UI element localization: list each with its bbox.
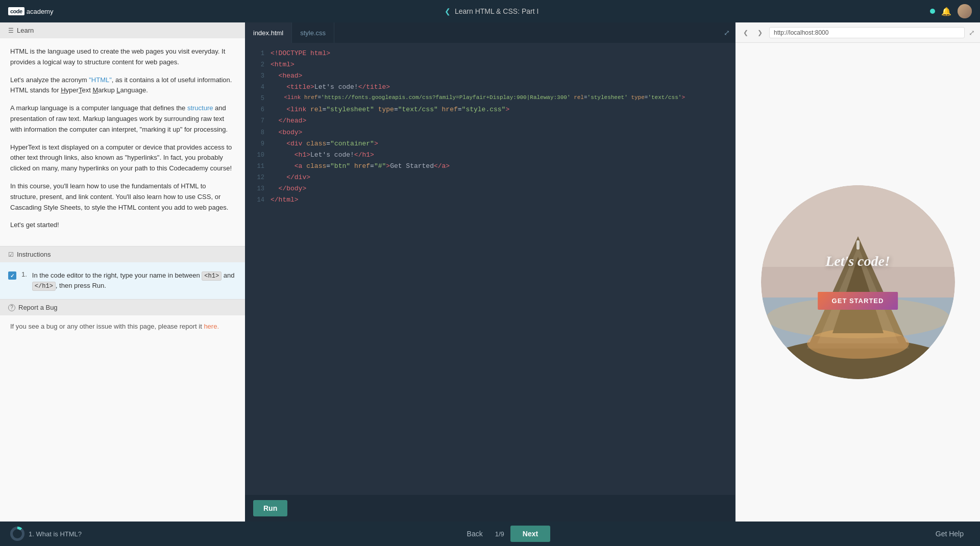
bug-link[interactable]: here.	[204, 322, 219, 330]
tab-index-html[interactable]: index.html	[245, 22, 292, 43]
learn-icon: ☰	[8, 27, 14, 34]
browser-forward-button[interactable]: ❯	[755, 28, 765, 38]
logo[interactable]: code academy	[8, 7, 53, 15]
preview-circle: Let's code! GET STARTED	[761, 185, 955, 379]
top-navbar: code academy ❮ Learn HTML & CSS: Part I …	[0, 0, 980, 22]
code-line-10: 10 <h1>Let's code!</h1>	[245, 150, 735, 161]
next-button[interactable]: Next	[510, 526, 550, 542]
html-link[interactable]: "HTML"	[89, 76, 112, 84]
browser-url[interactable]: http://localhost:8000	[769, 27, 965, 38]
code-line-2: 2 <html>	[245, 59, 735, 70]
preview-page-title: Let's code!	[825, 253, 890, 269]
bottom-center: Back 1/9 Next	[461, 526, 551, 542]
editor-tabs: index.html style.css ⤢	[245, 22, 735, 43]
instructions-label: Instructions	[17, 251, 51, 258]
instructions-content: 1. In the code editor to the right, type…	[0, 262, 245, 299]
left-panel-scroll[interactable]: ☰ Learn HTML is the language used to cre…	[0, 22, 245, 522]
code-line-4: 4 <title>Let's code!</title>	[245, 82, 735, 93]
instruction-item-1: 1. In the code editor to the right, type…	[8, 268, 237, 293]
logo-academy: academy	[27, 8, 54, 15]
learn-p4: HyperText is text displayed on a compute…	[10, 142, 235, 174]
back-button[interactable]: Back	[461, 527, 489, 541]
progress-circle	[10, 527, 24, 541]
instruction-text-1: In the code editor to the right, type yo…	[32, 270, 237, 291]
browser-back-button[interactable]: ❮	[741, 28, 751, 38]
main-content: ☰ Learn HTML is the language used to cre…	[0, 22, 980, 522]
bug-icon: ?	[8, 304, 15, 311]
code-line-7: 7 </head>	[245, 115, 735, 127]
code-line-14: 14 </html>	[245, 194, 735, 206]
bell-icon[interactable]: 🔔	[941, 7, 951, 16]
preview-overlay: Let's code! GET STARTED	[761, 185, 955, 379]
bottom-left: 1. What is HTML?	[10, 527, 82, 541]
instructions-header: ☑ Instructions	[0, 246, 245, 262]
preview-get-started-button[interactable]: GET STARTED	[818, 292, 898, 310]
lesson-label: 1. What is HTML?	[29, 530, 82, 538]
editor-expand-icon[interactable]: ⤢	[719, 29, 735, 37]
run-button[interactable]: Run	[253, 500, 287, 516]
learn-section-header: ☰ Learn	[0, 22, 245, 38]
nav-right: 🔔	[930, 4, 972, 18]
learn-p6: Let's get started!	[10, 220, 235, 231]
code-line-13: 13 </body>	[245, 183, 735, 194]
preview-panel: ❮ ❯ http://localhost:8000 ⤢	[735, 22, 980, 522]
bottom-right: Get Help	[929, 527, 970, 541]
logo-code: code	[8, 7, 24, 15]
bug-text: If you see a bug or any other issue with…	[10, 322, 204, 330]
bug-label: Report a Bug	[18, 304, 58, 311]
learn-content: HTML is the language used to create the …	[0, 38, 245, 246]
avatar[interactable]	[958, 4, 972, 18]
instructions-icon: ☑	[8, 251, 14, 258]
tag-h1-close: </h1>	[32, 282, 56, 291]
editor-body[interactable]: 1 <!DOCTYPE html> 2 <html> 3 <head> 4 <	[245, 43, 735, 495]
status-dot	[930, 9, 935, 14]
learn-p5: In this course, you'll learn how to use …	[10, 181, 235, 213]
tab-style-css[interactable]: style.css	[292, 22, 334, 43]
learn-p3: A markup language is a computer language…	[10, 103, 235, 135]
code-line-1: 1 <!DOCTYPE html>	[245, 48, 735, 59]
learn-p2: Let's analyze the acronym "HTML", as it …	[10, 75, 235, 96]
bottom-bar: 1. What is HTML? Back 1/9 Next Get Help	[0, 522, 980, 546]
tag-h1-open: <h1>	[202, 271, 222, 281]
preview-body: Let's code! GET STARTED	[736, 43, 980, 522]
bug-content: If you see a bug or any other issue with…	[0, 315, 245, 342]
learn-p1: HTML is the language used to create the …	[10, 46, 235, 68]
code-line-3: 3 <head>	[245, 70, 735, 82]
code-line-9: 9 <div class="container">	[245, 138, 735, 150]
bug-section: ? Report a Bug If you see a bug or any o…	[0, 299, 245, 342]
structure-link[interactable]: structure	[187, 104, 213, 112]
code-line-11: 11 <a class="btn" href="#">Get Started</…	[245, 161, 735, 172]
title-chevron: ❮	[445, 7, 451, 15]
instruction-checkbox-1[interactable]	[8, 271, 16, 280]
progress-text: 1/9	[495, 530, 504, 538]
browser-bar: ❮ ❯ http://localhost:8000 ⤢	[736, 22, 980, 43]
course-title: ❮ Learn HTML & CSS: Part I	[445, 7, 538, 15]
instruction-num-1: 1.	[21, 270, 27, 278]
bug-header: ? Report a Bug	[0, 300, 245, 315]
progress-inner	[13, 529, 22, 538]
code-line-5: 5 <link href='https://fonts.googleapis.c…	[245, 93, 735, 104]
editor-panel: index.html style.css ⤢ 1 <!DOCTYPE html>…	[245, 22, 735, 522]
code-line-12: 12 </div>	[245, 172, 735, 183]
code-line-8: 8 <body>	[245, 127, 735, 138]
left-panel: ☰ Learn HTML is the language used to cre…	[0, 22, 245, 522]
get-help-button[interactable]: Get Help	[929, 527, 970, 541]
code-line-6: 6 <link rel="stylesheet" type="text/css"…	[245, 104, 735, 115]
instructions-section: ☑ Instructions 1. In the code editor to …	[0, 246, 245, 299]
browser-expand-icon[interactable]: ⤢	[969, 29, 975, 37]
editor-run-bar: Run	[245, 495, 735, 522]
learn-label: Learn	[17, 27, 34, 34]
